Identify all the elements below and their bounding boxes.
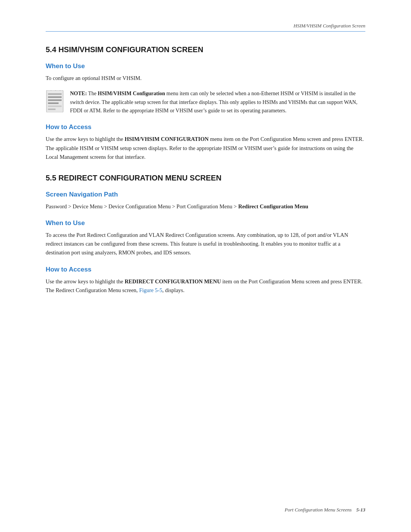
section-5-4-how-to-access-heading: How to Access	[46, 123, 365, 131]
note-bold-item: HSIM/VHSIM Configuration	[98, 91, 165, 96]
note-label: NOTE:	[70, 91, 87, 96]
section-5-5-heading: 5.5 REDIRECT CONFIGURATION MENU SCREEN	[46, 174, 365, 182]
section-5-4-heading: 5.4 HSIM/VHSIM CONFIGURATION SCREEN	[46, 45, 365, 54]
screen-nav-bold: Redirect Configuration Menu	[238, 203, 308, 209]
screen-nav-prefix: Password > Device Menu > Device Configur…	[46, 203, 238, 209]
section-5-5-number: 5.5	[46, 174, 56, 182]
hta-bold: REDIRECT CONFIGURATION MENU	[124, 278, 221, 284]
section-5-4-number: 5.4	[46, 45, 56, 54]
note-icon	[46, 89, 64, 114]
section-5-5-how-to-access-body: Use the arrow keys to highlight the REDI…	[46, 277, 365, 295]
note-box: NOTE: The HSIM/VHSIM Configuration menu …	[46, 89, 365, 115]
svg-rect-5	[48, 105, 62, 107]
section-5-4-when-to-use-body: To configure an optional HSIM or VHSIM.	[46, 74, 365, 83]
footer-label: Port Configuration Menu Screens	[285, 507, 352, 513]
note-intro: The	[87, 91, 98, 96]
how-to-access-prefix: Use the arrow keys to highlight the	[46, 136, 124, 142]
svg-rect-3	[48, 99, 62, 101]
svg-rect-2	[48, 96, 62, 98]
svg-rect-1	[48, 93, 62, 95]
page-header-text: HSIM/VHSIM Configuration Screen	[293, 23, 365, 29]
svg-rect-6	[48, 109, 56, 110]
screen-nav-heading: Screen Navigation Path	[46, 191, 365, 198]
section-5-5: 5.5 REDIRECT CONFIGURATION MENU SCREEN S…	[46, 174, 365, 295]
footer-page: 5-13	[356, 507, 365, 513]
section-5-4-how-to-access-body: Use the arrow keys to highlight the HSIM…	[46, 135, 365, 161]
hta-suffix: , displays.	[162, 287, 184, 293]
section-5-4-when-to-use-heading: When to Use	[46, 62, 365, 70]
svg-rect-4	[48, 102, 59, 104]
section-5-5-when-to-use-body: To access the Port Redirect Configuratio…	[46, 231, 365, 257]
section-5-5-when-to-use-heading: When to Use	[46, 219, 365, 227]
how-to-access-bold: HSIM/VHSIM CONFIGURATION	[124, 136, 209, 142]
screen-nav-body: Password > Device Menu > Device Configur…	[46, 202, 365, 211]
hta-prefix: Use the arrow keys to highlight the	[46, 278, 124, 284]
note-content: NOTE: The HSIM/VHSIM Configuration menu …	[70, 89, 365, 115]
page-container: HSIM/VHSIM Configuration Screen 5.4 HSIM…	[0, 0, 411, 532]
section-5-4-title: HSIM/VHSIM CONFIGURATION SCREEN	[58, 45, 203, 54]
page-footer: Port Configuration Menu Screens 5-13	[0, 507, 411, 513]
section-5-4: 5.4 HSIM/VHSIM CONFIGURATION SCREEN When…	[46, 45, 365, 161]
section-5-5-title: REDIRECT CONFIGURATION MENU SCREEN	[58, 174, 221, 182]
page-header: HSIM/VHSIM Configuration Screen	[46, 23, 365, 32]
figure-5-5-link[interactable]: Figure 5-5	[139, 287, 162, 293]
section-5-5-how-to-access-heading: How to Access	[46, 266, 365, 273]
